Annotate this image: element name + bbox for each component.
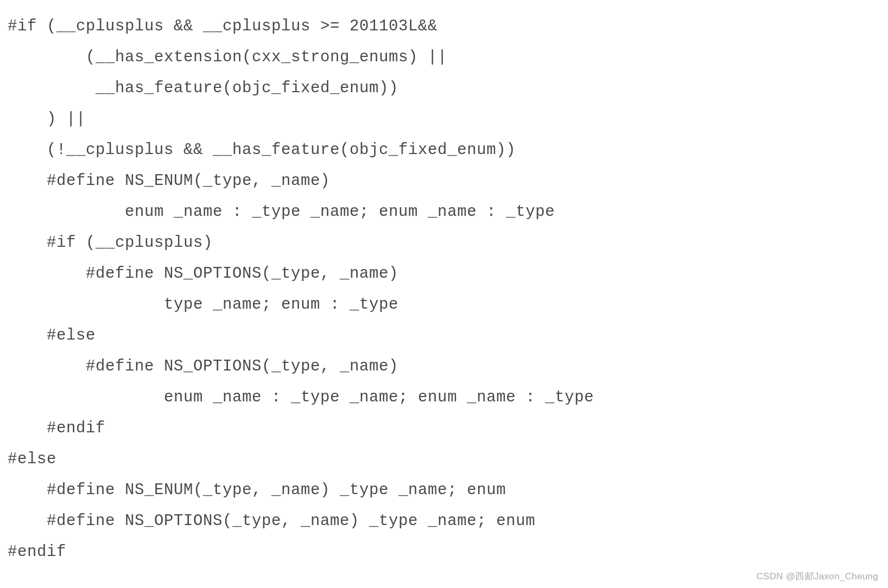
code-line: #if (__cplusplus) [8,234,213,252]
code-line: __has_feature(objc_fixed_enum)) [8,79,398,97]
code-line: ) || [8,110,86,128]
code-line: #define NS_OPTIONS(_type, _name) _type _… [8,512,535,530]
code-line: (__has_extension(cxx_strong_enums) || [8,48,447,66]
code-line: #define NS_OPTIONS(_type, _name) [8,357,398,375]
code-line: (!__cplusplus && __has_feature(objc_fixe… [8,141,516,159]
code-line: #if (__cplusplus && __cplusplus >= 20110… [8,17,437,35]
code-line: #endif [8,419,105,437]
code-line: #define NS_OPTIONS(_type, _name) [8,265,398,283]
code-line: type _name; enum : _type [8,296,398,314]
code-line: enum _name : _type _name; enum _name : _… [8,388,594,406]
code-line: #define NS_ENUM(_type, _name) [8,172,330,190]
code-snippet: #if (__cplusplus && __cplusplus >= 20110… [0,0,888,578]
code-line: enum _name : _type _name; enum _name : _… [8,203,555,221]
code-line: #else [8,450,56,468]
code-line: #endif [8,543,66,561]
watermark-text: CSDN @西邮Jaxon_Cheung [756,570,878,583]
code-line: #else [8,327,96,344]
code-line: #define NS_ENUM(_type, _name) _type _nam… [8,481,506,499]
